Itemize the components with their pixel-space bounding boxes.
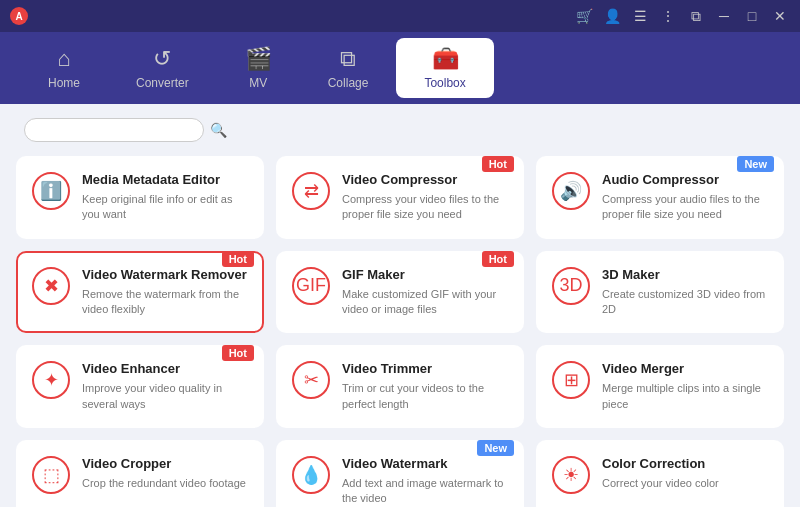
- user-icon[interactable]: 👤: [602, 8, 622, 24]
- navbar: ⌂Home↺Converter🎬MV⧉Collage🧰Toolbox: [0, 32, 800, 104]
- tool-desc-video-merger: Merge multiple clips into a single piece: [602, 381, 768, 412]
- tool-title-video-compressor: Video Compressor: [342, 172, 508, 189]
- badge-video-enhancer: Hot: [222, 345, 254, 361]
- tool-card-media-metadata-editor[interactable]: ℹ️Media Metadata EditorKeep original fil…: [16, 156, 264, 239]
- cart-icon[interactable]: 🛒: [574, 8, 594, 24]
- restore-icon[interactable]: ⧉: [686, 8, 706, 25]
- titlebar-controls: 🛒 👤 ☰ ⋮ ⧉ ─ □ ✕: [574, 8, 790, 25]
- nav-label-converter: Converter: [136, 76, 189, 90]
- tool-title-3d-maker: 3D Maker: [602, 267, 768, 284]
- tools-grid: ℹ️Media Metadata EditorKeep original fil…: [16, 156, 784, 507]
- tool-title-color-correction: Color Correction: [602, 456, 768, 473]
- tool-text-video-merger: Video MergerMerge multiple clips into a …: [602, 361, 768, 412]
- tool-title-video-merger: Video Merger: [602, 361, 768, 378]
- tool-desc-video-compressor: Compress your video files to the proper …: [342, 192, 508, 223]
- tool-card-3d-maker[interactable]: 3D3D MakerCreate customized 3D video fro…: [536, 251, 784, 334]
- search-icon: 🔍: [210, 122, 227, 138]
- nav-item-toolbox[interactable]: 🧰Toolbox: [396, 38, 493, 98]
- tool-card-color-correction[interactable]: ☀Color CorrectionCorrect your video colo…: [536, 440, 784, 507]
- tool-desc-gif-maker: Make customized GIF with your video or i…: [342, 287, 508, 318]
- tool-card-gif-maker[interactable]: HotGIFGIF MakerMake customized GIF with …: [276, 251, 524, 334]
- video-trimmer-icon: ✂: [292, 361, 330, 399]
- tool-text-gif-maker: GIF MakerMake customized GIF with your v…: [342, 267, 508, 318]
- tool-card-video-watermark-remover[interactable]: Hot✖Video Watermark RemoverRemove the wa…: [16, 251, 264, 334]
- nav-label-toolbox: Toolbox: [424, 76, 465, 90]
- tool-desc-media-metadata-editor: Keep original file info or edit as you w…: [82, 192, 248, 223]
- tool-text-video-watermark-remover: Video Watermark RemoverRemove the waterm…: [82, 267, 248, 318]
- tool-title-gif-maker: GIF Maker: [342, 267, 508, 284]
- tool-card-video-compressor[interactable]: Hot⇄Video CompressorCompress your video …: [276, 156, 524, 239]
- nav-label-collage: Collage: [328, 76, 369, 90]
- tool-card-video-trimmer[interactable]: ✂Video TrimmerTrim or cut your videos to…: [276, 345, 524, 428]
- maximize-icon[interactable]: □: [742, 8, 762, 24]
- main-content: 🔍 ℹ️Media Metadata EditorKeep original f…: [0, 104, 800, 507]
- nav-label-mv: MV: [249, 76, 267, 90]
- app-logo: A: [10, 7, 28, 25]
- tool-desc-video-watermark-remover: Remove the watermark from the video flex…: [82, 287, 248, 318]
- badge-audio-compressor: New: [737, 156, 774, 172]
- tool-card-video-watermark[interactable]: New💧Video WatermarkAdd text and image wa…: [276, 440, 524, 507]
- close-icon[interactable]: ✕: [770, 8, 790, 24]
- media-metadata-editor-icon: ℹ️: [32, 172, 70, 210]
- search-input[interactable]: [24, 118, 204, 142]
- tool-desc-video-trimmer: Trim or cut your videos to the perfect l…: [342, 381, 508, 412]
- nav-item-home[interactable]: ⌂Home: [20, 38, 108, 98]
- nav-item-collage[interactable]: ⧉Collage: [300, 38, 397, 98]
- mv-icon: 🎬: [245, 46, 272, 72]
- video-compressor-icon: ⇄: [292, 172, 330, 210]
- nav-label-home: Home: [48, 76, 80, 90]
- converter-icon: ↺: [153, 46, 171, 72]
- minimize-icon[interactable]: ─: [714, 8, 734, 24]
- home-icon: ⌂: [57, 46, 70, 72]
- badge-video-compressor: Hot: [482, 156, 514, 172]
- tool-text-audio-compressor: Audio CompressorCompress your audio file…: [602, 172, 768, 223]
- grid-icon[interactable]: ⋮: [658, 8, 678, 24]
- tool-title-audio-compressor: Audio Compressor: [602, 172, 768, 189]
- tool-text-video-enhancer: Video EnhancerImprove your video quality…: [82, 361, 248, 412]
- badge-gif-maker: Hot: [482, 251, 514, 267]
- nav-item-mv[interactable]: 🎬MV: [217, 38, 300, 98]
- nav-item-converter[interactable]: ↺Converter: [108, 38, 217, 98]
- tool-card-video-enhancer[interactable]: Hot✦Video EnhancerImprove your video qua…: [16, 345, 264, 428]
- tool-text-video-cropper: Video CropperCrop the redundant video fo…: [82, 456, 248, 491]
- tool-desc-3d-maker: Create customized 3D video from 2D: [602, 287, 768, 318]
- audio-compressor-icon: 🔊: [552, 172, 590, 210]
- video-watermark-remover-icon: ✖: [32, 267, 70, 305]
- tool-text-video-watermark: Video WatermarkAdd text and image waterm…: [342, 456, 508, 507]
- tool-title-video-trimmer: Video Trimmer: [342, 361, 508, 378]
- menu-icon[interactable]: ☰: [630, 8, 650, 24]
- titlebar: A 🛒 👤 ☰ ⋮ ⧉ ─ □ ✕: [0, 0, 800, 32]
- tool-title-video-watermark-remover: Video Watermark Remover: [82, 267, 248, 284]
- tool-title-video-enhancer: Video Enhancer: [82, 361, 248, 378]
- search-bar: 🔍: [16, 118, 784, 142]
- video-enhancer-icon: ✦: [32, 361, 70, 399]
- badge-video-watermark: New: [477, 440, 514, 456]
- badge-video-watermark-remover: Hot: [222, 251, 254, 267]
- tool-title-media-metadata-editor: Media Metadata Editor: [82, 172, 248, 189]
- tool-text-video-compressor: Video CompressorCompress your video file…: [342, 172, 508, 223]
- tool-desc-video-enhancer: Improve your video quality in several wa…: [82, 381, 248, 412]
- color-correction-icon: ☀: [552, 456, 590, 494]
- tool-text-video-trimmer: Video TrimmerTrim or cut your videos to …: [342, 361, 508, 412]
- tool-desc-video-watermark: Add text and image watermark to the vide…: [342, 476, 508, 507]
- video-merger-icon: ⊞: [552, 361, 590, 399]
- tool-card-audio-compressor[interactable]: New🔊Audio CompressorCompress your audio …: [536, 156, 784, 239]
- tool-text-media-metadata-editor: Media Metadata EditorKeep original file …: [82, 172, 248, 223]
- tool-text-3d-maker: 3D MakerCreate customized 3D video from …: [602, 267, 768, 318]
- toolbox-icon: 🧰: [432, 46, 459, 72]
- video-cropper-icon: ⬚: [32, 456, 70, 494]
- video-watermark-icon: 💧: [292, 456, 330, 494]
- tool-desc-audio-compressor: Compress your audio files to the proper …: [602, 192, 768, 223]
- tool-desc-video-cropper: Crop the redundant video footage: [82, 476, 248, 491]
- tool-title-video-cropper: Video Cropper: [82, 456, 248, 473]
- 3d-maker-icon: 3D: [552, 267, 590, 305]
- tool-card-video-merger[interactable]: ⊞Video MergerMerge multiple clips into a…: [536, 345, 784, 428]
- tool-desc-color-correction: Correct your video color: [602, 476, 768, 491]
- tool-title-video-watermark: Video Watermark: [342, 456, 508, 473]
- collage-icon: ⧉: [340, 46, 356, 72]
- gif-maker-icon: GIF: [292, 267, 330, 305]
- tool-text-color-correction: Color CorrectionCorrect your video color: [602, 456, 768, 491]
- tool-card-video-cropper[interactable]: ⬚Video CropperCrop the redundant video f…: [16, 440, 264, 507]
